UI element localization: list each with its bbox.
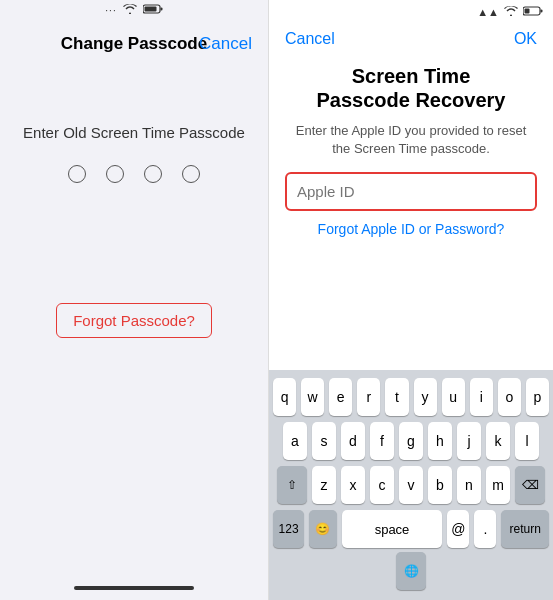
recovery-description: Enter the Apple ID you provided to reset… bbox=[285, 122, 537, 158]
right-status-bar: ▲▲ bbox=[269, 0, 553, 22]
keyboard-bottom-row: 123 😊 space @ . return bbox=[273, 510, 549, 548]
key-o[interactable]: o bbox=[498, 378, 521, 416]
key-n[interactable]: n bbox=[457, 466, 481, 504]
key-m[interactable]: m bbox=[486, 466, 510, 504]
at-key[interactable]: @ bbox=[447, 510, 469, 548]
left-body: Enter Old Screen Time Passcode Forgot Pa… bbox=[0, 64, 268, 586]
return-key[interactable]: return bbox=[501, 510, 549, 548]
key-d[interactable]: d bbox=[341, 422, 365, 460]
shift-key[interactable]: ⇧ bbox=[277, 466, 307, 504]
keyboard-row-2: a s d f g h j k l bbox=[273, 422, 549, 460]
key-w[interactable]: w bbox=[301, 378, 324, 416]
backspace-key[interactable]: ⌫ bbox=[515, 466, 545, 504]
key-x[interactable]: x bbox=[341, 466, 365, 504]
forgot-apple-id-link[interactable]: Forgot Apple ID or Password? bbox=[318, 221, 505, 237]
key-e[interactable]: e bbox=[329, 378, 352, 416]
right-header: Cancel OK bbox=[269, 22, 553, 54]
passcode-dot-4 bbox=[182, 165, 200, 183]
page-title: Change Passcode bbox=[61, 34, 207, 54]
key-p[interactable]: p bbox=[526, 378, 549, 416]
key-v[interactable]: v bbox=[399, 466, 423, 504]
home-indicator bbox=[74, 586, 194, 590]
cancel-button[interactable]: Cancel bbox=[199, 34, 252, 54]
key-i[interactable]: i bbox=[470, 378, 493, 416]
left-wifi-icon bbox=[123, 4, 137, 16]
keyboard: q w e r t y u i o p a s d f g h j k l ⇧ … bbox=[269, 370, 553, 600]
right-wifi-icon bbox=[504, 6, 518, 18]
key-l[interactable]: l bbox=[515, 422, 539, 460]
svg-rect-4 bbox=[541, 10, 543, 13]
key-t[interactable]: t bbox=[385, 378, 408, 416]
apple-id-input[interactable] bbox=[285, 172, 537, 211]
left-battery-icon bbox=[143, 4, 163, 16]
passcode-prompt: Enter Old Screen Time Passcode bbox=[23, 124, 245, 141]
left-signal-dots: ··· bbox=[105, 5, 116, 16]
svg-rect-1 bbox=[160, 8, 162, 11]
passcode-dots bbox=[68, 165, 200, 183]
forgot-passcode-button[interactable]: Forgot Passcode? bbox=[56, 303, 212, 338]
key-u[interactable]: u bbox=[442, 378, 465, 416]
key-b[interactable]: b bbox=[428, 466, 452, 504]
right-panel: ▲▲ Cancel OK Screen TimePasscode Recover… bbox=[268, 0, 553, 600]
left-header: Change Passcode Cancel bbox=[0, 20, 268, 64]
passcode-dot-3 bbox=[144, 165, 162, 183]
dot-key[interactable]: . bbox=[474, 510, 496, 548]
key-r[interactable]: r bbox=[357, 378, 380, 416]
svg-rect-5 bbox=[525, 9, 530, 14]
left-panel: ··· Change Passcode Cancel Enter Old Scr… bbox=[0, 0, 268, 600]
left-status-bar: ··· bbox=[0, 0, 268, 20]
numbers-key[interactable]: 123 bbox=[273, 510, 304, 548]
right-cancel-button[interactable]: Cancel bbox=[285, 30, 335, 48]
svg-rect-2 bbox=[144, 7, 156, 12]
right-battery-icon bbox=[523, 6, 543, 18]
key-h[interactable]: h bbox=[428, 422, 452, 460]
keyboard-globe-row: 🌐 bbox=[273, 552, 549, 590]
keyboard-row-3: ⇧ z x c v b n m ⌫ bbox=[273, 466, 549, 504]
keyboard-row-1: q w e r t y u i o p bbox=[273, 378, 549, 416]
recovery-title: Screen TimePasscode Recovery bbox=[316, 64, 505, 112]
right-body: Screen TimePasscode Recovery Enter the A… bbox=[269, 54, 553, 247]
key-f[interactable]: f bbox=[370, 422, 394, 460]
passcode-dot-1 bbox=[68, 165, 86, 183]
right-ok-button[interactable]: OK bbox=[514, 30, 537, 48]
key-q[interactable]: q bbox=[273, 378, 296, 416]
key-j[interactable]: j bbox=[457, 422, 481, 460]
key-z[interactable]: z bbox=[312, 466, 336, 504]
key-k[interactable]: k bbox=[486, 422, 510, 460]
key-c[interactable]: c bbox=[370, 466, 394, 504]
key-g[interactable]: g bbox=[399, 422, 423, 460]
key-y[interactable]: y bbox=[414, 378, 437, 416]
emoji-key[interactable]: 😊 bbox=[309, 510, 336, 548]
key-a[interactable]: a bbox=[283, 422, 307, 460]
key-s[interactable]: s bbox=[312, 422, 336, 460]
space-key[interactable]: space bbox=[342, 510, 443, 548]
globe-key[interactable]: 🌐 bbox=[396, 552, 426, 590]
passcode-dot-2 bbox=[106, 165, 124, 183]
right-signal: ▲▲ bbox=[477, 6, 499, 18]
